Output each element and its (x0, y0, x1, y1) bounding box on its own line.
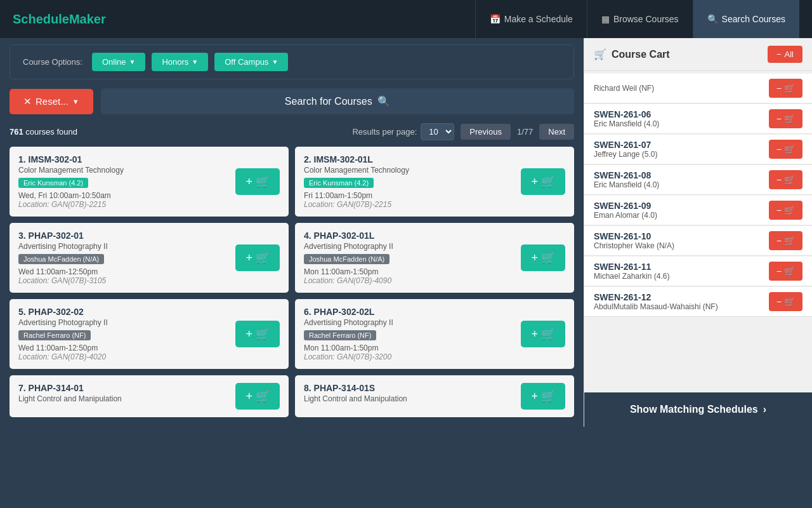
course-title: 8. PHAP-314-01S (304, 383, 514, 393)
course-options-bar: Course Options: Online Honors Off Campus (10, 44, 574, 79)
show-schedules-label: Show Matching Schedules (630, 404, 758, 415)
list-item: SWEN-261-07 Jeffrey Lange (5.0) − 🛒 (584, 135, 812, 164)
add-to-cart-button[interactable]: + 🛒 (521, 168, 565, 195)
controls-row: ✕ Reset... ▼ Search for Courses 🔍 (10, 88, 574, 114)
per-page-select[interactable]: 10 20 50 (421, 123, 454, 140)
honors-option-btn[interactable]: Honors (152, 53, 208, 71)
cart-item-instructor: Eric Mansfield (4.0) (594, 180, 769, 189)
nav-make-schedule[interactable]: 📅 Make a Schedule (475, 0, 587, 38)
course-location: Location: GAN(07B)-2215 (304, 200, 514, 209)
cart-item-instructor: Michael Zaharkin (4.6) (594, 272, 769, 281)
course-title: 6. PHAP-302-02L (304, 307, 514, 317)
add-to-cart-button[interactable]: + 🛒 (235, 321, 280, 347)
brand-part1: Schedule (13, 12, 69, 26)
main-wrap: Course Options: Online Honors Off Campus… (0, 38, 812, 427)
course-subtitle: Light Control and Manipulation (304, 394, 514, 403)
cart-item-info: SWEN-261-09 Eman Alomar (4.0) (594, 201, 769, 220)
minus-cart-icon: − (776, 114, 782, 124)
search-nav-icon: 🔍 (707, 14, 718, 24)
table-row: 7. PHAP-314-01 Light Control and Manipul… (10, 375, 289, 417)
minus-cart-icon: − (776, 175, 782, 185)
cart-icon-btn: 🛒 (784, 236, 795, 246)
add-to-cart-button[interactable]: + 🛒 (235, 168, 280, 195)
cart-icon-btn: 🛒 (784, 83, 795, 93)
course-subtitle: Color Management Technology (304, 166, 514, 175)
course-info: 2. IMSM-302-01L Color Management Technol… (304, 154, 514, 209)
list-item: SWEN-261-12 AbdulMutalib Masaud-Wahaishi… (584, 287, 812, 317)
remove-all-button[interactable]: − All (768, 46, 802, 63)
course-tag: Rachel Ferraro (NF) (304, 330, 376, 340)
cart-item-info: SWEN-261-10 Christopher Wake (N/A) (594, 231, 769, 250)
add-to-cart-button[interactable]: + 🛒 (235, 383, 280, 410)
course-title: 3. PHAP-302-01 (18, 231, 229, 241)
minus-icon: − (776, 50, 782, 59)
cart-item-info: Richard Weil (NF) (594, 84, 769, 93)
cart-item-info: SWEN-261-11 Michael Zaharkin (4.6) (594, 262, 769, 281)
course-location: Location: GAN(07B)-4090 (304, 276, 514, 285)
cart-remove-button[interactable]: − 🛒 (769, 79, 802, 98)
table-row: 8. PHAP-314-01S Light Control and Manipu… (295, 375, 574, 417)
cart-icon-btn: 🛒 (784, 297, 795, 307)
course-subtitle: Advertising Photography II (18, 318, 229, 327)
course-title: 1. IMSM-302-01 (18, 154, 229, 164)
cart-item-instructor: Christopher Wake (N/A) (594, 241, 769, 250)
brand-part2: Maker (69, 12, 106, 26)
cart-item-code: SWEN-261-11 (594, 262, 769, 272)
list-item: SWEN-261-09 Eman Alomar (4.0) − 🛒 (584, 196, 812, 225)
reset-dropdown-icon: ▼ (72, 98, 79, 105)
course-subtitle: Advertising Photography II (18, 242, 229, 251)
nav-browse-courses[interactable]: ▦ Browse Courses (587, 0, 693, 38)
add-to-cart-button[interactable]: + 🛒 (235, 244, 280, 271)
show-matching-schedules-button[interactable]: Show Matching Schedules › (584, 392, 812, 427)
cart-item-info: SWEN-261-06 Eric Mansfield (4.0) (594, 109, 769, 128)
course-info: 7. PHAP-314-01 Light Control and Manipul… (18, 383, 229, 406)
off-campus-option-btn[interactable]: Off Campus (214, 53, 288, 71)
cart-item-info: SWEN-261-12 AbdulMutalib Masaud-Wahaishi… (594, 292, 769, 311)
previous-button[interactable]: Previous (461, 124, 511, 140)
results-count: 761 courses found (10, 127, 77, 137)
cart-item-info: SWEN-261-08 Eric Mansfield (4.0) (594, 170, 769, 189)
course-options-label: Course Options: (23, 57, 82, 67)
count-number: 761 (10, 127, 23, 137)
add-to-cart-button[interactable]: + 🛒 (521, 321, 565, 347)
next-button[interactable]: Next (539, 124, 574, 140)
course-grid: 1. IMSM-302-01 Color Management Technolo… (10, 147, 574, 417)
cart-icon: 🛒 (594, 48, 606, 60)
online-option-btn[interactable]: Online (92, 53, 145, 71)
results-bar: 761 courses found Results per page: 10 2… (10, 123, 574, 140)
cart-remove-button[interactable]: − 🛒 (769, 292, 802, 311)
cart-item-code: SWEN-261-06 (594, 109, 769, 119)
cart-icon-btn: 🛒 (784, 266, 795, 276)
add-to-cart-button[interactable]: + 🛒 (521, 383, 565, 410)
course-subtitle: Color Management Technology (18, 166, 229, 175)
cart-remove-button[interactable]: − 🛒 (769, 201, 802, 220)
nav-search-courses[interactable]: 🔍 Search Courses (693, 0, 799, 38)
reset-button[interactable]: ✕ Reset... ▼ (10, 89, 93, 114)
course-subtitle: Advertising Photography II (304, 242, 514, 251)
course-time: Wed 11:00am-12:50pm (18, 267, 229, 276)
table-row: 2. IMSM-302-01L Color Management Technol… (295, 147, 574, 217)
minus-cart-icon: − (776, 83, 782, 93)
nav-links: 📅 Make a Schedule ▦ Browse Courses 🔍 Sea… (475, 0, 799, 38)
cart-remove-button[interactable]: − 🛒 (769, 231, 802, 250)
search-courses-button[interactable]: Search for Courses 🔍 (101, 88, 574, 114)
course-location: Location: GAN(07B)-4020 (18, 352, 229, 361)
table-row: 6. PHAP-302-02L Advertising Photography … (295, 299, 574, 369)
minus-cart-icon: − (776, 205, 782, 215)
minus-cart-icon: − (776, 297, 782, 307)
page-info: 1/77 (513, 127, 537, 137)
course-title: 5. PHAP-302-02 (18, 307, 229, 317)
cart-icon-btn: 🛒 (784, 114, 795, 124)
reset-label: Reset... (36, 96, 69, 107)
cart-item-code: SWEN-261-09 (594, 201, 769, 211)
search-icon: 🔍 (377, 95, 390, 107)
navbar: ScheduleMaker 📅 Make a Schedule ▦ Browse… (0, 0, 812, 38)
cart-remove-button[interactable]: − 🛒 (769, 262, 802, 281)
cart-remove-button[interactable]: − 🛒 (769, 109, 802, 128)
reset-icon: ✕ (23, 96, 32, 107)
add-to-cart-button[interactable]: + 🛒 (521, 244, 565, 271)
course-info: 3. PHAP-302-01 Advertising Photography I… (18, 231, 229, 285)
cart-remove-button[interactable]: − 🛒 (769, 170, 802, 189)
cart-remove-button[interactable]: − 🛒 (769, 140, 802, 159)
cart-icon-btn: 🛒 (784, 144, 795, 154)
